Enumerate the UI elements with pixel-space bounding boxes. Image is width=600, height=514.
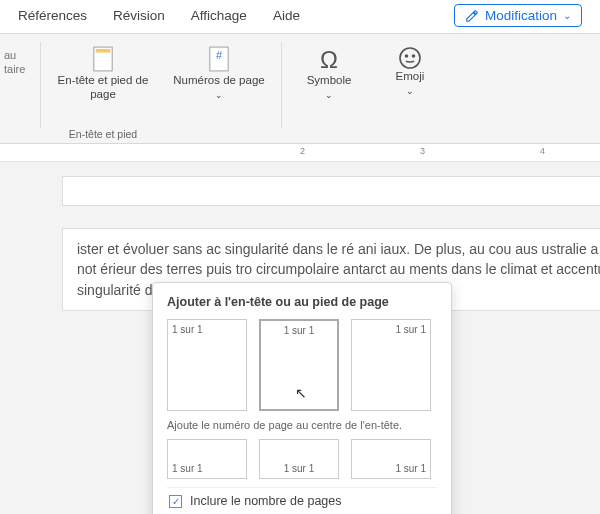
menu-revision[interactable]: Révision xyxy=(113,8,165,23)
chevron-down-icon: ⌄ xyxy=(406,86,414,96)
ruler-tick: 3 xyxy=(420,146,425,156)
ribbon-group-emoji: Emoji⌄ xyxy=(372,38,448,128)
thumb-label: 1 sur 1 xyxy=(395,324,426,335)
checkbox-checked-icon: ✓ xyxy=(169,495,182,508)
chevron-down-icon: ⌄ xyxy=(325,90,333,100)
menu-references[interactable]: Références xyxy=(18,8,87,23)
ruler-tick: 2 xyxy=(300,146,305,156)
omega-icon: Ω xyxy=(320,46,338,74)
thumb-header-left[interactable]: 1 sur 1 xyxy=(167,319,247,411)
ribbon: au taire En-tête et pied de page En-tête… xyxy=(0,34,600,144)
thumb-header-right[interactable]: 1 sur 1 xyxy=(351,319,431,411)
header-footer-button[interactable]: En-tête et pied de page xyxy=(53,40,153,126)
thumb-label: 1 sur 1 xyxy=(172,463,203,474)
popup-title: Ajouter à l'en-tête ou au pied de page xyxy=(167,295,437,309)
menu-affichage[interactable]: Affichage xyxy=(191,8,247,23)
svg-text:#: # xyxy=(216,49,223,61)
edit-mode-label: Modification xyxy=(485,8,557,23)
thumb-footer-center[interactable]: 1 sur 1 xyxy=(259,439,339,479)
ruler-tick: 4 xyxy=(540,146,545,156)
ribbon-label: Symbole⌄ xyxy=(307,74,352,102)
thumb-footer-left[interactable]: 1 sur 1 xyxy=(167,439,247,479)
svg-rect-1 xyxy=(96,49,111,53)
separator xyxy=(40,42,41,128)
menu-aide[interactable]: Aide xyxy=(273,8,300,23)
chevron-down-icon: ⌄ xyxy=(215,90,223,100)
cursor-icon: ↖ xyxy=(295,385,307,401)
thumb-label: 1 sur 1 xyxy=(172,324,203,335)
ribbon-left-fragment: au taire xyxy=(0,38,36,77)
page-number-popup: Ajouter à l'en-tête ou au pied de page 1… xyxy=(152,282,452,514)
ribbon-tooltip-fragment: En-tête et pied xyxy=(69,128,137,140)
page-number-icon: # xyxy=(208,46,230,72)
thumb-header-center[interactable]: 1 sur 1 ↖ xyxy=(259,319,339,411)
include-page-count-toggle[interactable]: ✓ Inclure le nombre de pages xyxy=(167,487,437,514)
thumb-footer-right[interactable]: 1 sur 1 xyxy=(351,439,431,479)
ribbon-group-header-footer: En-tête et pied de page En-tête et pied xyxy=(45,38,161,142)
ribbon-label: Numéros de page ⌄ xyxy=(169,74,269,102)
emoji-icon xyxy=(398,46,422,70)
menubar: Références Révision Affichage Aide Modif… xyxy=(0,0,600,34)
separator xyxy=(281,42,282,128)
frag: au xyxy=(4,48,34,62)
header-position-row: 1 sur 1 1 sur 1 ↖ 1 sur 1 xyxy=(167,319,437,411)
svg-point-6 xyxy=(413,55,415,57)
svg-point-4 xyxy=(400,48,420,68)
emoji-button[interactable]: Emoji⌄ xyxy=(380,40,440,126)
pencil-icon xyxy=(465,9,479,23)
page-header-icon xyxy=(92,46,114,72)
ruler: 2 3 4 xyxy=(0,144,600,162)
thumb-label: 1 sur 1 xyxy=(284,463,315,474)
page-header-field[interactable]: < # > sur < # > xyxy=(62,176,600,206)
chevron-down-icon: ⌄ xyxy=(563,10,571,21)
page-numbers-button[interactable]: # Numéros de page ⌄ xyxy=(169,40,269,126)
frag: taire xyxy=(4,62,34,76)
svg-point-5 xyxy=(406,55,408,57)
ribbon-label: Emoji⌄ xyxy=(396,70,425,98)
document-area: < # > sur < # > ister et évoluer sans ac… xyxy=(0,162,600,514)
ribbon-group-page-numbers: # Numéros de page ⌄ xyxy=(161,38,277,128)
ribbon-label: En-tête et pied de page xyxy=(53,74,153,102)
include-page-count-label: Inclure le nombre de pages xyxy=(190,494,341,508)
ribbon-group-symbol: Ω Symbole⌄ xyxy=(286,38,372,128)
thumb-label: 1 sur 1 xyxy=(395,463,426,474)
popup-tooltip: Ajoute le numéro de page au centre de l'… xyxy=(167,419,437,431)
footer-position-row: 1 sur 1 1 sur 1 1 sur 1 xyxy=(167,439,437,479)
edit-mode-button[interactable]: Modification ⌄ xyxy=(454,4,582,27)
symbol-button[interactable]: Ω Symbole⌄ xyxy=(294,40,364,126)
thumb-label: 1 sur 1 xyxy=(284,325,315,336)
